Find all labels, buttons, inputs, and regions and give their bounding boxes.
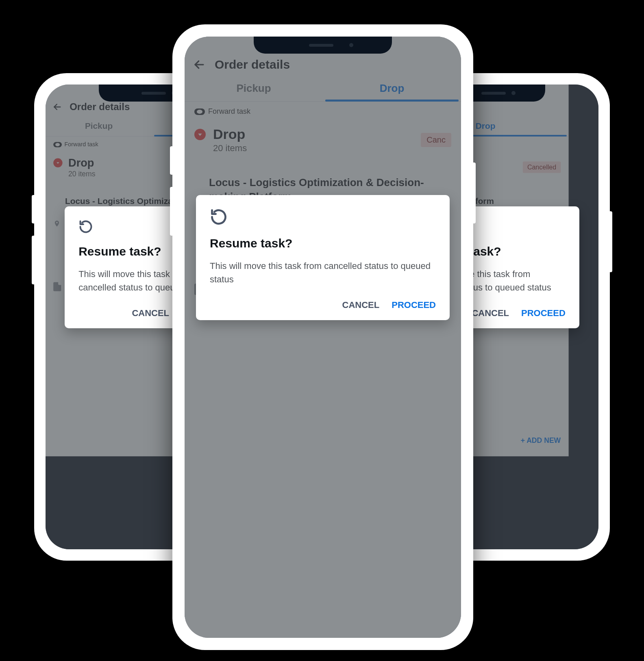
proceed-button[interactable]: PROCEED xyxy=(392,300,436,310)
cancel-button[interactable]: CANCEL xyxy=(342,300,380,310)
resume-task-modal: Resume task? This will move this task fr… xyxy=(196,195,450,320)
proceed-button[interactable]: PROCEED xyxy=(521,308,566,319)
modal-message: This will move this task from cancelled … xyxy=(210,259,436,286)
modal-title: Resume task? xyxy=(210,236,436,250)
phone-notch xyxy=(254,37,392,54)
cancel-button[interactable]: CANCEL xyxy=(472,308,509,319)
refresh-icon xyxy=(210,208,228,226)
modal-backdrop xyxy=(185,37,461,638)
phone-mock-center: Order details Pickup Drop Forward task D… xyxy=(172,24,473,650)
cancel-button[interactable]: CANCEL xyxy=(132,308,169,319)
refresh-icon xyxy=(78,219,93,234)
